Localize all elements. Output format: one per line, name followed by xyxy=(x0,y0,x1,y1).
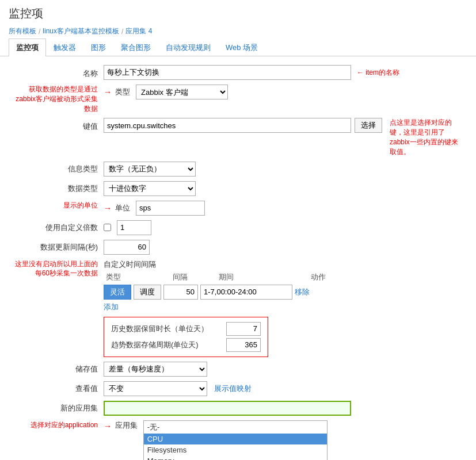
col-interval: 间隔 xyxy=(173,272,219,282)
multiplier-label: 使用自定义倍数 xyxy=(12,220,104,233)
info-type-label: 信息类型 xyxy=(12,162,104,174)
breadcrumb-all-templates[interactable]: 所有模板 xyxy=(9,26,36,36)
custom-period-value[interactable] xyxy=(200,285,292,300)
tab-discovery-rules[interactable]: 自动发现规则 xyxy=(158,39,218,56)
col-period: 期间 xyxy=(219,272,311,282)
interval-input[interactable] xyxy=(104,240,150,255)
trend-input[interactable] xyxy=(226,338,261,352)
key-label: 键值 xyxy=(12,119,104,132)
schedule-btn[interactable]: 调度 xyxy=(134,285,161,300)
name-annotation: ← item的名称 xyxy=(357,68,399,78)
type-label: 类型 xyxy=(115,87,130,97)
type-select[interactable]: Zabbix 客户端 xyxy=(136,85,228,99)
tab-web-scenarios[interactable]: Web 场景 xyxy=(218,39,265,56)
data-type-label: 数据类型 xyxy=(12,181,104,194)
remove-link[interactable]: 移除 xyxy=(295,287,310,297)
key-select-btn[interactable]: 选择 xyxy=(355,118,382,133)
history-input[interactable] xyxy=(226,322,261,336)
key-annotation: 点这里是选择对应的键，这里是引用了zabbix一些内置的键来取值。 xyxy=(390,118,464,156)
page-title: 监控项 xyxy=(0,0,476,24)
breadcrumb-app4[interactable]: 应用集 4 xyxy=(125,26,152,36)
app-annotation: 选择对应的application xyxy=(31,421,98,429)
lookup-label: 查看值 xyxy=(12,381,104,394)
lookup-select[interactable]: 不变 xyxy=(104,381,207,396)
name-input[interactable] xyxy=(104,65,351,80)
app-item-none[interactable]: -无- xyxy=(144,421,327,434)
tab-triggers[interactable]: 触发器 xyxy=(46,39,83,56)
custom-interval-value[interactable] xyxy=(163,285,198,300)
store-select[interactable]: 差量（每秒速度） xyxy=(104,362,207,377)
info-type-select[interactable]: 数字（无正负） xyxy=(104,162,196,177)
name-label: 名称 xyxy=(12,66,104,79)
store-label: 储存值 xyxy=(12,362,104,374)
unit-input[interactable] xyxy=(136,201,205,216)
app-item-memory[interactable]: Memory xyxy=(144,455,327,460)
breadcrumb: 所有模板 / linux客户端基本监控模板 / 应用集 4 xyxy=(0,24,476,39)
col-type: 类型 xyxy=(104,272,173,282)
tab-agg-graphs[interactable]: 聚合图形 xyxy=(113,39,158,56)
history-trend-section: 历史数据保留时长（单位天） 趋势数据存储周期(单位天) xyxy=(104,317,268,357)
add-link[interactable]: 添加 xyxy=(104,302,119,311)
interval-label: 数据更新间隔(秒) xyxy=(12,240,104,252)
col-action: 动作 xyxy=(311,272,326,282)
multiplier-input[interactable] xyxy=(117,220,151,235)
app-listbox[interactable]: -无- CPU Filesystems Memory Security xyxy=(143,420,328,460)
app-item-filesystems[interactable]: Filesystems xyxy=(144,444,327,455)
tab-graphs[interactable]: 图形 xyxy=(83,39,113,56)
type-annotation-box: 获取数据的类型是通过zabbix客户端被动形式采集数据 → 类型 Zabbix … xyxy=(12,85,464,113)
multiplier-checkbox[interactable] xyxy=(104,224,111,231)
custom-interval-annotation: 这里没有启动所以用上面的每60秒采集一次数据 xyxy=(15,260,98,278)
tab-monitor-items[interactable]: 监控项 xyxy=(9,39,46,56)
custom-interval-label: 自定义时间间隔 xyxy=(104,259,464,270)
flexible-btn[interactable]: 灵活 xyxy=(104,285,131,300)
form-content: 名称 ← item的名称 获取数据的类型是通过zabbix客户端被动形式采集数据… xyxy=(0,56,476,460)
unit-annotation: 显示的单位 xyxy=(63,201,98,209)
trend-label: 趋势数据存储周期(单位天) xyxy=(111,340,226,350)
data-type-select[interactable]: 十进位数字 xyxy=(104,181,196,196)
tab-bar: 监控项 触发器 图形 聚合图形 自动发现规则 Web 场景 xyxy=(0,39,476,56)
unit-label: 单位 xyxy=(115,203,130,213)
app-label: 应用集 xyxy=(115,421,138,430)
app-item-cpu[interactable]: CPU xyxy=(144,434,327,444)
new-app-input[interactable] xyxy=(104,401,351,416)
breadcrumb-linux-template[interactable]: linux客户端基本监控模板 xyxy=(43,26,119,36)
show-map-link[interactable]: 展示值映射 xyxy=(214,384,252,394)
new-app-label: 新的应用集 xyxy=(12,401,104,413)
history-label: 历史数据保留时长（单位天） xyxy=(111,324,226,334)
key-input[interactable] xyxy=(104,118,351,133)
